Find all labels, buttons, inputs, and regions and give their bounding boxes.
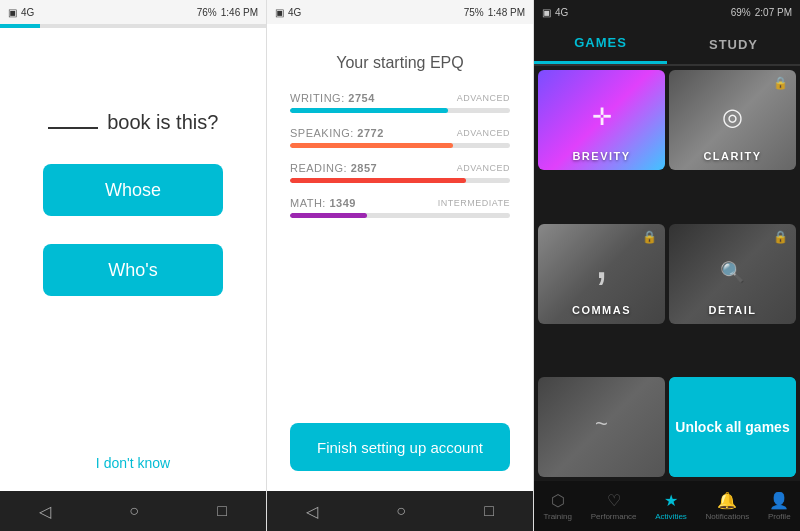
epq-title: Your starting EPQ — [336, 54, 463, 72]
status-right-2: 75% 1:48 PM — [464, 7, 525, 18]
unlock-all-button[interactable]: Unlock all games — [669, 377, 796, 477]
skill-writing-label: WRITING: 2754 — [290, 92, 375, 104]
skill-speaking-label: SPEAKING: 2772 — [290, 127, 384, 139]
network-icon-3: ▣ — [542, 7, 551, 18]
skill-reading: READING: 2857 ADVANCED — [290, 162, 510, 183]
skill-reading-label: READING: 2857 — [290, 162, 377, 174]
notifications-icon: 🔔 — [717, 491, 737, 510]
game-card-row3a[interactable]: ~ — [538, 377, 665, 477]
nav-bar-2: ◁ ○ □ — [267, 491, 533, 531]
game-card-commas[interactable]: 🔒 , COMMAS — [538, 224, 665, 324]
clarity-icon: ◎ — [722, 103, 743, 131]
skill-speaking-row: SPEAKING: 2772 ADVANCED — [290, 127, 510, 139]
detail-lock-icon: 🔒 — [773, 230, 788, 244]
skill-math-bar-fill — [290, 213, 367, 218]
skill-writing-row: WRITING: 2754 ADVANCED — [290, 92, 510, 104]
network-icon-2: ▣ — [275, 7, 284, 18]
detail-icon: 🔍 — [720, 259, 745, 283]
status-right-3: 69% 2:07 PM — [731, 7, 792, 18]
performance-label: Performance — [591, 512, 637, 521]
skill-math: MATH: 1349 INTERMEDIATE — [290, 197, 510, 218]
commas-lock-icon: 🔒 — [642, 230, 657, 244]
recent-icon-2[interactable]: □ — [484, 502, 494, 520]
network-label-1: 4G — [21, 7, 34, 18]
brevity-icon: ✛ — [592, 103, 612, 131]
game-card-unlock[interactable]: Unlock all games — [669, 377, 796, 477]
nav-bar-1: ◁ ○ □ — [0, 491, 266, 531]
tab-study[interactable]: STUDY — [667, 24, 800, 64]
activities-icon: ★ — [664, 491, 678, 510]
question-text: book is this? — [48, 108, 219, 136]
skill-writing: WRITING: 2754 ADVANCED — [290, 92, 510, 113]
battery-2: 75% — [464, 7, 484, 18]
skill-speaking-bar-bg — [290, 143, 510, 148]
progress-fill — [0, 24, 40, 28]
bottom-nav-profile[interactable]: 👤 Profile — [768, 491, 791, 521]
commas-comma-icon: , — [594, 232, 609, 286]
status-left-2: ▣ 4G — [275, 7, 301, 18]
whos-button[interactable]: Who's — [43, 244, 223, 296]
blank — [48, 127, 98, 129]
bottom-nav-performance[interactable]: ♡ Performance — [591, 491, 637, 521]
detail-label: DETAIL — [669, 304, 796, 316]
battery-1: 76% — [197, 7, 217, 18]
game-card-brevity[interactable]: ✛ BREVITY — [538, 70, 665, 170]
network-icon-1: ▣ — [8, 7, 17, 18]
games-grid: ✛ BREVITY 🔒 ◎ CLARITY 🔒 , COMMAS 🔒 🔍 DET… — [534, 66, 800, 531]
game-card-detail[interactable]: 🔒 🔍 DETAIL — [669, 224, 796, 324]
back-icon-1[interactable]: ◁ — [39, 502, 51, 521]
commas-label: COMMAS — [538, 304, 665, 316]
skill-writing-bar-bg — [290, 108, 510, 113]
tabs: GAMES STUDY — [534, 24, 800, 66]
training-icon: ⬡ — [551, 491, 565, 510]
activities-label: Activities — [655, 512, 687, 521]
whose-button[interactable]: Whose — [43, 164, 223, 216]
clarity-lock-icon: 🔒 — [773, 76, 788, 90]
profile-label: Profile — [768, 512, 791, 521]
bottom-nav-activities[interactable]: ★ Activities — [655, 491, 687, 521]
network-label-3: 4G — [555, 7, 568, 18]
row3a-icon: ~ — [595, 412, 608, 438]
skill-math-row: MATH: 1349 INTERMEDIATE — [290, 197, 510, 209]
skill-math-level: INTERMEDIATE — [438, 198, 510, 208]
time-3: 2:07 PM — [755, 7, 792, 18]
panel1-quiz: ▣ 4G 76% 1:46 PM book is this? Whose Who… — [0, 0, 267, 531]
status-bar-3: ▣ 4G 69% 2:07 PM — [534, 0, 800, 24]
status-left-3: ▣ 4G — [542, 7, 568, 18]
dont-know-link[interactable]: I don't know — [96, 455, 170, 471]
notifications-label: Notifications — [706, 512, 750, 521]
status-left-1: ▣ 4G — [8, 7, 34, 18]
profile-icon: 👤 — [769, 491, 789, 510]
tab-games[interactable]: GAMES — [534, 24, 667, 64]
finish-setting-account-button[interactable]: Finish setting up account — [290, 423, 510, 471]
bottom-nav-3: ⬡ Training ♡ Performance ★ Activities 🔔 … — [534, 481, 800, 531]
time-2: 1:48 PM — [488, 7, 525, 18]
back-icon-2[interactable]: ◁ — [306, 502, 318, 521]
panel2-epq: ▣ 4G 75% 1:48 PM Your starting EPQ WRITI… — [267, 0, 534, 531]
skill-speaking-level: ADVANCED — [457, 128, 510, 138]
skill-reading-bar-fill — [290, 178, 466, 183]
bottom-nav-training[interactable]: ⬡ Training — [543, 491, 572, 521]
bottom-nav-notifications[interactable]: 🔔 Notifications — [706, 491, 750, 521]
skill-math-bar-bg — [290, 213, 510, 218]
skill-math-label: MATH: 1349 — [290, 197, 356, 209]
network-label-2: 4G — [288, 7, 301, 18]
home-icon-1[interactable]: ○ — [129, 502, 139, 520]
performance-icon: ♡ — [607, 491, 621, 510]
panel3-games: ▣ 4G 69% 2:07 PM GAMES STUDY ✛ BREVITY 🔒… — [534, 0, 800, 531]
skill-reading-row: READING: 2857 ADVANCED — [290, 162, 510, 174]
training-label: Training — [543, 512, 572, 521]
time-1: 1:46 PM — [221, 7, 258, 18]
progress-bar-top — [0, 24, 266, 28]
brevity-label: BREVITY — [538, 150, 665, 162]
home-icon-2[interactable]: ○ — [396, 502, 406, 520]
skill-writing-level: ADVANCED — [457, 93, 510, 103]
recent-icon-1[interactable]: □ — [217, 502, 227, 520]
status-bar-2: ▣ 4G 75% 1:48 PM — [267, 0, 533, 24]
skill-speaking: SPEAKING: 2772 ADVANCED — [290, 127, 510, 148]
skill-writing-bar-fill — [290, 108, 448, 113]
skill-reading-level: ADVANCED — [457, 163, 510, 173]
skill-speaking-bar-fill — [290, 143, 453, 148]
clarity-label: CLARITY — [669, 150, 796, 162]
game-card-clarity[interactable]: 🔒 ◎ CLARITY — [669, 70, 796, 170]
